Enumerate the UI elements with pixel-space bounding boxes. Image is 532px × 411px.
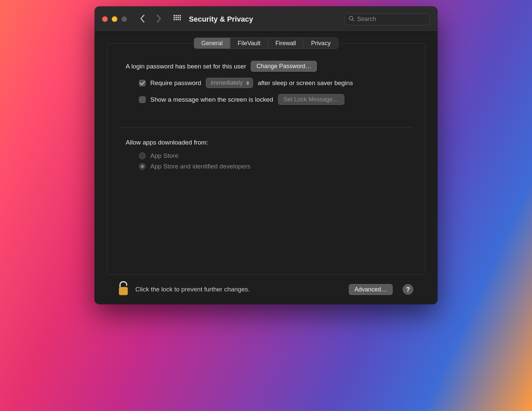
content-area: General FileVault Firewall Privacy A log… <box>95 32 437 304</box>
svg-rect-11 <box>180 19 181 20</box>
radio-app-store[interactable] <box>139 153 146 159</box>
titlebar: Security & Privacy <box>95 7 437 32</box>
advanced-button[interactable]: Advanced… <box>349 284 393 295</box>
svg-rect-5 <box>176 17 177 18</box>
radio-app-store-label: App Store <box>150 152 179 159</box>
svg-rect-1 <box>176 15 177 16</box>
show-all-button[interactable] <box>174 15 181 24</box>
svg-rect-2 <box>178 15 179 16</box>
footer: Click the lock to prevent further change… <box>107 275 425 304</box>
help-button[interactable]: ? <box>403 284 413 295</box>
require-password-checkbox[interactable] <box>139 80 146 86</box>
search-input[interactable] <box>357 16 434 23</box>
svg-rect-6 <box>178 17 179 18</box>
forward-button[interactable] <box>156 14 162 24</box>
minimize-button[interactable] <box>112 16 117 22</box>
radio-identified-developers[interactable] <box>139 163 146 170</box>
search-icon <box>348 16 354 23</box>
change-password-button[interactable]: Change Password… <box>251 61 317 72</box>
window-title: Security & Privacy <box>189 15 253 24</box>
nav-arrows <box>140 14 162 24</box>
tab-bar: General FileVault Firewall Privacy <box>194 38 338 49</box>
back-button[interactable] <box>140 14 146 24</box>
svg-rect-0 <box>174 15 175 16</box>
search-field[interactable] <box>344 13 430 25</box>
zoom-button[interactable] <box>121 16 127 22</box>
show-lock-message-label: Show a message when the screen is locked <box>150 96 273 103</box>
require-password-delay-select[interactable]: immediately <box>206 78 253 88</box>
allow-apps-heading: Allow apps downloaded from: <box>126 139 406 146</box>
lock-hint-text: Click the lock to prevent further change… <box>135 286 250 293</box>
svg-rect-14 <box>119 287 128 295</box>
svg-rect-3 <box>180 15 181 16</box>
tab-general[interactable]: General <box>194 38 230 49</box>
login-password-section: A login password has been set for this u… <box>126 61 406 127</box>
lock-icon[interactable] <box>117 281 130 298</box>
require-password-after-label: after sleep or screen saver begins <box>258 79 353 87</box>
require-password-delay-value: immediately <box>211 79 243 86</box>
svg-rect-8 <box>174 19 175 20</box>
tab-filevault[interactable]: FileVault <box>230 38 268 49</box>
close-button[interactable] <box>102 16 108 22</box>
radio-identified-developers-label: App Store and identified developers <box>150 163 250 170</box>
password-set-label: A login password has been set for this u… <box>126 63 246 70</box>
window-controls <box>102 16 127 22</box>
updown-icon <box>246 81 249 85</box>
settings-panel: General FileVault Firewall Privacy A log… <box>107 43 425 275</box>
svg-rect-10 <box>178 19 179 20</box>
require-password-label: Require password <box>150 79 201 87</box>
tab-privacy[interactable]: Privacy <box>304 38 338 49</box>
set-lock-message-button[interactable]: Set Lock Message… <box>278 94 344 105</box>
svg-line-13 <box>352 19 354 21</box>
system-preferences-window: Security & Privacy General FileVault Fir… <box>95 7 437 304</box>
svg-rect-4 <box>174 17 175 18</box>
svg-rect-9 <box>176 19 177 20</box>
show-lock-message-checkbox[interactable] <box>139 96 146 103</box>
tab-firewall[interactable]: Firewall <box>268 38 304 49</box>
svg-rect-7 <box>180 17 181 18</box>
gatekeeper-section: Allow apps downloaded from: App Store Ap… <box>126 128 406 263</box>
